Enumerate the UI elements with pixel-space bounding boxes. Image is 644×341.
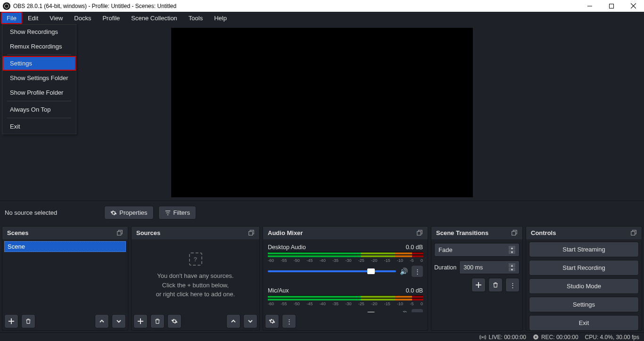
- menu-file[interactable]: File: [1, 12, 22, 24]
- scenes-list[interactable]: Scene: [2, 239, 128, 312]
- context-toolbar: No source selected Properties Filters: [0, 201, 644, 224]
- sources-panel: Sources ? You don't have any sources. Cl…: [131, 226, 260, 331]
- no-sources-line3: or right click here to add one.: [156, 290, 235, 299]
- move-scene-down-button[interactable]: [112, 314, 126, 328]
- duration-label: Duration: [434, 264, 456, 271]
- popout-icon[interactable]: [116, 230, 123, 236]
- spinner-icon: ▲▼: [509, 246, 515, 254]
- menu-always-on-top[interactable]: Always On Top: [2, 102, 76, 117]
- transition-properties-button[interactable]: ⋮: [505, 278, 520, 292]
- menu-remux-recordings[interactable]: Remux Recordings: [2, 39, 76, 54]
- menu-show-settings-folder[interactable]: Show Settings Folder: [2, 71, 76, 85]
- duration-input[interactable]: 300 ms ▲▼: [459, 260, 520, 274]
- menu-help[interactable]: Help: [208, 12, 232, 24]
- popout-icon[interactable]: [416, 230, 423, 236]
- menu-separator: [7, 55, 71, 55]
- gear-icon: [110, 210, 117, 216]
- minimize-button[interactable]: [579, 0, 601, 12]
- no-sources-line2: Click the + button below,: [162, 281, 229, 290]
- exit-button[interactable]: Exit: [529, 315, 639, 330]
- controls-header: Controls: [526, 227, 642, 239]
- start-streaming-button[interactable]: Start Streaming: [529, 242, 639, 257]
- transitions-body: Fade ▲▼ Duration 300 ms ▲▼ ⋮: [431, 239, 522, 330]
- broadcast-icon: [479, 334, 486, 341]
- popout-icon[interactable]: [511, 230, 518, 236]
- properties-label: Properties: [119, 209, 147, 216]
- remove-transition-button[interactable]: [488, 278, 503, 292]
- disk-icon: [533, 334, 539, 340]
- scenes-title: Scenes: [7, 229, 29, 236]
- audio-body: Desktop Audio 0.0 dB -60-55-50-45-40-35-…: [263, 239, 428, 312]
- audio-title: Audio Mixer: [268, 229, 303, 236]
- close-button[interactable]: [622, 0, 644, 12]
- cpu-text: CPU: 4.0%, 30.00 fps: [585, 334, 639, 341]
- vu-meter: [268, 298, 423, 300]
- volume-slider[interactable]: [268, 270, 396, 272]
- window-title: OBS 28.0.1 (64-bit, windows) - Profile: …: [13, 3, 176, 9]
- vu-ticks: -60-55-50-45-40-35-30-25-20-15-10-50: [268, 301, 423, 306]
- sources-footer: [132, 312, 259, 330]
- audio-footer: ⋮: [263, 312, 428, 330]
- menu-view[interactable]: View: [44, 12, 68, 24]
- filters-button[interactable]: Filters: [158, 206, 196, 219]
- source-properties-button[interactable]: [167, 314, 182, 328]
- duration-value: 300 ms: [463, 264, 483, 271]
- audio-options-button[interactable]: ⋮: [412, 266, 423, 277]
- remove-scene-button[interactable]: [21, 314, 35, 328]
- properties-button[interactable]: Properties: [104, 206, 153, 219]
- add-source-button[interactable]: [133, 314, 148, 328]
- menu-scene-collection[interactable]: Scene Collection: [125, 12, 183, 24]
- remove-source-button[interactable]: [150, 314, 165, 328]
- statusbar: LIVE: 00:00:00 REC: 00:00:00 CPU: 4.0%, …: [0, 333, 644, 341]
- menu-show-recordings[interactable]: Show Recordings: [2, 24, 76, 39]
- popout-icon[interactable]: [630, 230, 637, 236]
- no-sources-line1: You don't have any sources.: [157, 271, 233, 281]
- menu-docks[interactable]: Docks: [68, 12, 97, 24]
- audio-menu-button[interactable]: ⋮: [282, 314, 296, 328]
- audio-channel-desktop: Desktop Audio 0.0 dB -60-55-50-45-40-35-…: [265, 241, 426, 280]
- svg-point-15: [482, 336, 483, 337]
- svg-rect-1: [610, 4, 614, 8]
- start-recording-button[interactable]: Start Recording: [529, 260, 639, 276]
- add-transition-button[interactable]: [471, 278, 486, 292]
- record-status: REC: 00:00:00: [533, 334, 578, 341]
- audio-options-button[interactable]: ⋮: [412, 309, 423, 312]
- filters-label: Filters: [173, 209, 190, 216]
- settings-button[interactable]: Settings: [529, 297, 639, 312]
- menu-edit[interactable]: Edit: [22, 12, 44, 24]
- advanced-audio-button[interactable]: [265, 314, 279, 328]
- move-source-up-button[interactable]: [226, 314, 240, 328]
- main-area: No source selected Properties Filters Sc…: [0, 24, 644, 333]
- speaker-icon[interactable]: 🔊: [400, 268, 408, 275]
- menu-settings[interactable]: Settings: [2, 56, 76, 71]
- controls-panel: Controls Start Streaming Start Recording…: [526, 226, 642, 331]
- audio-name: Mic/Aux: [268, 287, 289, 294]
- svg-rect-14: [631, 231, 635, 235]
- svg-rect-7: [249, 231, 253, 235]
- transitions-panel: Scene Transitions Fade ▲▼ Duration 300 m…: [431, 226, 523, 331]
- add-scene-button[interactable]: [4, 314, 18, 328]
- menu-show-profile-folder[interactable]: Show Profile Folder: [2, 85, 76, 100]
- titlebar: OBS 28.0.1 (64-bit, windows) - Profile: …: [0, 0, 644, 12]
- studio-mode-button[interactable]: Studio Mode: [529, 278, 639, 294]
- menu-exit[interactable]: Exit: [2, 119, 76, 134]
- scene-item[interactable]: Scene: [4, 241, 126, 252]
- svg-rect-10: [417, 231, 421, 235]
- transitions-header: Scene Transitions: [431, 227, 522, 239]
- menu-tools[interactable]: Tools: [183, 12, 208, 24]
- sources-list[interactable]: ? You don't have any sources. Click the …: [132, 239, 259, 312]
- maximize-button[interactable]: [601, 0, 622, 12]
- preview-canvas[interactable]: [171, 28, 473, 197]
- move-scene-up-button[interactable]: [95, 314, 109, 328]
- sources-title: Sources: [136, 229, 160, 236]
- vu-meter: [268, 252, 423, 254]
- scenes-panel: Scenes Scene: [2, 226, 128, 331]
- popout-icon[interactable]: [248, 230, 255, 236]
- audio-channel-mic: Mic/Aux 0.0 dB -60-55-50-45-40-35-30-25-…: [265, 284, 426, 312]
- vu-meter: [268, 255, 423, 257]
- move-source-down-button[interactable]: [243, 314, 257, 328]
- svg-rect-4: [117, 231, 121, 235]
- svg-point-17: [535, 336, 537, 338]
- transition-select[interactable]: Fade ▲▼: [434, 243, 520, 257]
- menu-profile[interactable]: Profile: [97, 12, 125, 24]
